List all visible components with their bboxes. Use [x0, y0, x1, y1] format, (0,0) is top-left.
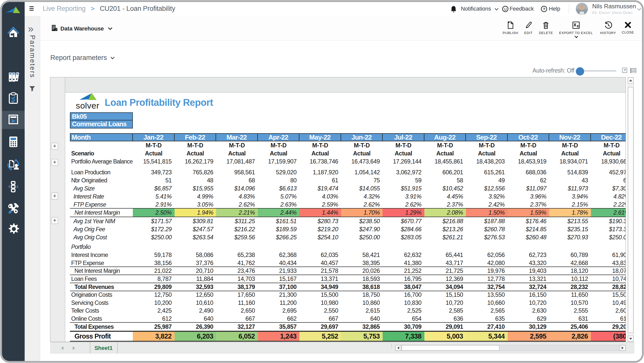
- svg-text:?: ?: [543, 7, 545, 11]
